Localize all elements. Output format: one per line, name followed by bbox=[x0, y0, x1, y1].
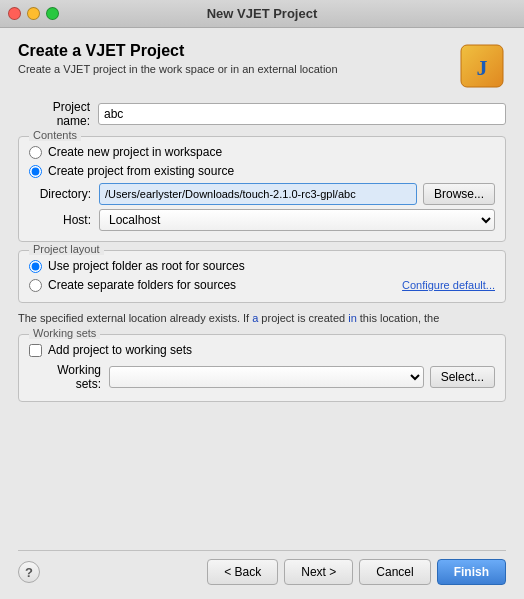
header-text: Create a VJET Project Create a VJET proj… bbox=[18, 42, 338, 75]
directory-row: Directory: Browse... bbox=[29, 183, 495, 205]
page-title: Create a VJET Project bbox=[18, 42, 338, 60]
browse-button[interactable]: Browse... bbox=[423, 183, 495, 205]
dialog-content: Create a VJET Project Create a VJET proj… bbox=[0, 28, 524, 599]
window-title: New VJET Project bbox=[207, 6, 318, 21]
radio-existing[interactable] bbox=[29, 165, 42, 178]
configure-link[interactable]: Configure default... bbox=[402, 279, 495, 291]
directory-input[interactable] bbox=[99, 183, 417, 205]
svg-text:J: J bbox=[477, 55, 488, 80]
host-select[interactable]: Localhost bbox=[99, 209, 495, 231]
project-name-label: Project name: bbox=[18, 100, 98, 128]
project-name-row: Project name: bbox=[18, 100, 506, 128]
select-button[interactable]: Select... bbox=[430, 366, 495, 388]
radio-separate-row: Create separate folders for sources Conf… bbox=[29, 278, 495, 292]
radio-existing-row: Create project from existing source bbox=[29, 164, 495, 178]
host-label: Host: bbox=[29, 213, 99, 227]
radio-separate[interactable] bbox=[29, 279, 42, 292]
page-header: Create a VJET Project Create a VJET proj… bbox=[18, 42, 506, 90]
working-sets-group: Working sets Add project to working sets… bbox=[18, 334, 506, 402]
project-name-input[interactable] bbox=[98, 103, 506, 125]
radio-workspace-label[interactable]: Create new project in workspace bbox=[48, 145, 222, 159]
close-button[interactable] bbox=[8, 7, 21, 20]
working-sets-row: Working sets: Select... bbox=[29, 363, 495, 391]
title-bar: New VJET Project bbox=[0, 0, 524, 28]
radio-root-label[interactable]: Use project folder as root for sources bbox=[48, 259, 245, 273]
project-layout-group: Project layout Use project folder as roo… bbox=[18, 250, 506, 303]
info-text: The specified external location already … bbox=[18, 311, 506, 326]
working-sets-label: Working sets: bbox=[29, 363, 109, 391]
page-subtitle: Create a VJET project in the work space … bbox=[18, 63, 338, 75]
contents-group-title: Contents bbox=[29, 129, 81, 141]
finish-button[interactable]: Finish bbox=[437, 559, 506, 585]
bottom-bar: ? < Back Next > Cancel Finish bbox=[18, 550, 506, 589]
directory-label: Directory: bbox=[29, 187, 99, 201]
radio-separate-label[interactable]: Create separate folders for sources bbox=[48, 278, 236, 292]
radio-root-row: Use project folder as root for sources bbox=[29, 259, 495, 273]
back-button[interactable]: < Back bbox=[207, 559, 278, 585]
working-sets-title: Working sets bbox=[29, 327, 100, 339]
vjet-icon: J bbox=[458, 42, 506, 90]
help-button[interactable]: ? bbox=[18, 561, 40, 583]
maximize-button[interactable] bbox=[46, 7, 59, 20]
contents-group: Contents Create new project in workspace… bbox=[18, 136, 506, 242]
checkbox-row: Add project to working sets bbox=[29, 343, 495, 357]
checkbox-label[interactable]: Add project to working sets bbox=[48, 343, 192, 357]
window-controls[interactable] bbox=[8, 7, 59, 20]
cancel-button[interactable]: Cancel bbox=[359, 559, 430, 585]
add-to-working-sets-checkbox[interactable] bbox=[29, 344, 42, 357]
working-sets-select[interactable] bbox=[109, 366, 424, 388]
minimize-button[interactable] bbox=[27, 7, 40, 20]
project-layout-title: Project layout bbox=[29, 243, 104, 255]
next-button[interactable]: Next > bbox=[284, 559, 353, 585]
radio-workspace-row: Create new project in workspace bbox=[29, 145, 495, 159]
radio-existing-label[interactable]: Create project from existing source bbox=[48, 164, 234, 178]
radio-workspace[interactable] bbox=[29, 146, 42, 159]
host-row: Host: Localhost bbox=[29, 209, 495, 231]
radio-root[interactable] bbox=[29, 260, 42, 273]
